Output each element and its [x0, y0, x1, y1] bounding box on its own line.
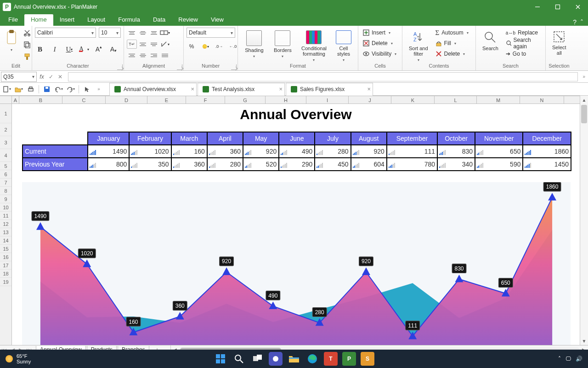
row-header[interactable]: 3: [0, 136, 11, 149]
table-cell[interactable]: 280: [207, 158, 243, 171]
save-icon[interactable]: [42, 84, 52, 94]
collapse-ribbon-icon[interactable]: ˄: [580, 18, 583, 26]
italic-button[interactable]: I: [50, 44, 60, 54]
search-again[interactable]: Search again: [504, 38, 543, 48]
column-header[interactable]: J: [349, 96, 391, 104]
tray-chevron-icon[interactable]: ˄: [558, 356, 561, 362]
go-to[interactable]: ➔Go to: [504, 49, 543, 59]
row-header[interactable]: 9: [0, 195, 11, 203]
column-header[interactable]: G: [225, 96, 266, 104]
tab-layout[interactable]: Layout: [81, 14, 112, 26]
font-color-button[interactable]: A▾: [79, 44, 89, 54]
chat-icon[interactable]: [269, 352, 283, 366]
cell-styles-button[interactable]: Cell styles▾: [332, 28, 355, 62]
close-tab-icon[interactable]: ×: [367, 86, 371, 92]
underline-button[interactable]: U ▾: [64, 44, 74, 54]
table-cell[interactable]: 350: [129, 158, 171, 171]
table-cell[interactable]: 520: [243, 158, 279, 171]
group-corner-character[interactable]: [117, 64, 123, 70]
row-header[interactable]: 19: [0, 278, 11, 286]
column-header[interactable]: L: [435, 96, 477, 104]
row-header[interactable]: 2: [0, 123, 11, 136]
table-cell[interactable]: 780: [387, 158, 437, 171]
decrease-decimal[interactable]: ←.0: [228, 41, 238, 52]
table-cell[interactable]: 800: [88, 158, 129, 171]
row-header[interactable]: 12: [0, 220, 11, 228]
row-header[interactable]: 4: [0, 149, 11, 162]
table-cell[interactable]: 360: [171, 158, 207, 171]
row-header[interactable]: 15: [0, 245, 11, 253]
close-button[interactable]: [568, 0, 588, 14]
copy-button[interactable]: [22, 40, 32, 50]
align-bottom[interactable]: [149, 28, 159, 37]
column-header[interactable]: F: [186, 96, 225, 104]
select-all-corner[interactable]: [0, 96, 12, 104]
row-header[interactable]: 17: [0, 261, 11, 270]
table-cell[interactable]: 920: [351, 145, 387, 158]
doc-tab-0[interactable]: Annual Overview.xlsx×: [109, 83, 197, 96]
row-header[interactable]: 8: [0, 187, 11, 195]
row-header[interactable]: 13: [0, 228, 11, 236]
table-cell[interactable]: 160: [171, 145, 207, 158]
help-icon[interactable]: ?: [573, 18, 577, 26]
row-header[interactable]: 5: [0, 162, 11, 170]
conditional-formatting-button[interactable]: Conditional formatting▾: [298, 28, 330, 62]
row-header[interactable]: 10: [0, 203, 11, 212]
align-middle[interactable]: [138, 28, 148, 37]
paste-button[interactable]: [3, 28, 20, 47]
table-cell[interactable]: 604: [351, 158, 387, 171]
table-cell[interactable]: 280: [315, 145, 351, 158]
tab-formula[interactable]: Formula: [112, 14, 147, 26]
tray-monitor-icon[interactable]: 🖵: [565, 356, 571, 362]
cancel-icon[interactable]: ✕: [56, 74, 64, 80]
name-box[interactable]: Q35▾: [1, 72, 37, 82]
explorer-icon[interactable]: [287, 352, 301, 366]
cells-visibility[interactable]: Visibility▾: [361, 49, 398, 59]
search-button[interactable]: Search: [479, 28, 502, 62]
formula-input[interactable]: [68, 72, 578, 81]
currency-button[interactable]: 🪙▾: [200, 41, 210, 52]
undo-icon[interactable]: ▾: [54, 84, 64, 94]
column-header[interactable]: C: [62, 96, 106, 104]
tab-insert[interactable]: Insert: [53, 14, 81, 26]
orientation[interactable]: ▾: [160, 39, 170, 49]
table-cell[interactable]: 1450: [523, 158, 571, 171]
contents-delete[interactable]: Delete▾: [434, 49, 470, 59]
increase-font-button[interactable]: A▴: [94, 44, 104, 54]
start-icon[interactable]: [214, 352, 227, 366]
minimize-button[interactable]: [527, 0, 548, 14]
autosum[interactable]: ΣAutosum▾: [434, 28, 470, 38]
indent-left[interactable]: [138, 40, 148, 49]
planmaker-taskbar-icon[interactable]: P: [342, 352, 356, 366]
table-cell[interactable]: 920: [243, 145, 279, 158]
customize-icon[interactable]: »: [94, 84, 104, 94]
column-header[interactable]: D: [106, 96, 147, 104]
table-cell[interactable]: 290: [279, 158, 315, 171]
tab-file[interactable]: File: [2, 14, 24, 26]
column-header[interactable]: B: [19, 96, 62, 104]
expand-formula-bar[interactable]: »: [582, 74, 588, 79]
column-header[interactable]: M: [477, 96, 520, 104]
font-name-combo[interactable]: Calibri▾: [35, 28, 96, 38]
percent-button[interactable]: %: [187, 41, 197, 52]
close-tab-icon[interactable]: ×: [279, 86, 283, 92]
fx-icon[interactable]: fx: [38, 74, 46, 80]
table-cell[interactable]: 450: [315, 158, 351, 171]
column-header[interactable]: A: [12, 96, 19, 104]
grid-cells[interactable]: Annual Overview JanuaryFebruaryMarchApri…: [12, 104, 580, 345]
vertical-scrollbar[interactable]: ▲ ▼: [580, 96, 588, 345]
group-corner-number[interactable]: [231, 64, 237, 70]
pointer-icon[interactable]: [82, 84, 92, 94]
table-cell[interactable]: 590: [475, 158, 523, 171]
new-doc-icon[interactable]: ▾: [2, 84, 12, 94]
table-cell[interactable]: 1020: [129, 145, 171, 158]
row-header[interactable]: 1: [0, 104, 11, 123]
table-cell[interactable]: 830: [437, 145, 475, 158]
column-header[interactable]: I: [306, 96, 349, 104]
accept-icon[interactable]: ✓: [47, 74, 55, 80]
row-header[interactable]: 18: [0, 270, 11, 278]
cells-delete[interactable]: Delete▾: [361, 38, 395, 48]
close-tab-icon[interactable]: ×: [191, 86, 194, 92]
column-header[interactable]: E: [147, 96, 186, 104]
edge-icon[interactable]: [305, 352, 319, 366]
